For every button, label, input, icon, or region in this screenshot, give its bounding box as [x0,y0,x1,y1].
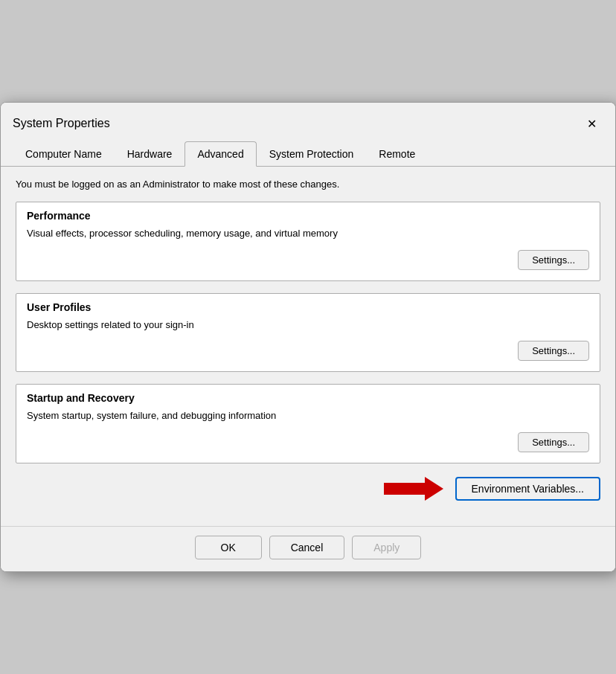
startup-recovery-title: Startup and Recovery [27,392,589,404]
arrow-icon [384,475,443,502]
tab-system-protection[interactable]: System Protection [257,141,367,166]
user-profiles-title: User Profiles [27,301,589,313]
startup-recovery-section: Startup and Recovery System startup, sys… [16,384,600,463]
tab-remote[interactable]: Remote [366,141,428,166]
tab-computer-name[interactable]: Computer Name [13,141,115,166]
user-profiles-settings-button[interactable]: Settings... [518,341,589,361]
performance-title: Performance [27,210,589,222]
env-variables-row: Environment Variables... [16,475,600,502]
dialog-title: System Properties [13,117,110,130]
tabs-container: Computer Name Hardware Advanced System P… [1,135,615,167]
user-profiles-section: User Profiles Desktop settings related t… [16,293,600,373]
tab-advanced[interactable]: Advanced [185,141,256,167]
svg-marker-0 [384,477,443,501]
title-bar: System Properties ✕ [1,103,615,135]
cancel-button[interactable]: Cancel [269,536,345,559]
apply-button[interactable]: Apply [352,536,421,559]
close-button[interactable]: ✕ [580,112,603,135]
tab-content: You must be logged on as an Administrato… [1,167,615,526]
system-properties-dialog: System Properties ✕ Computer Name Hardwa… [0,102,616,572]
user-profiles-description: Desktop settings related to your sign-in [27,318,589,333]
dialog-footer: OK Cancel Apply [1,526,615,571]
performance-section: Performance Visual effects, processor sc… [16,202,600,281]
environment-variables-button[interactable]: Environment Variables... [455,477,600,501]
performance-description: Visual effects, processor scheduling, me… [27,226,589,241]
tab-hardware[interactable]: Hardware [115,141,185,166]
startup-recovery-settings-button[interactable]: Settings... [518,432,589,452]
startup-recovery-description: System startup, system failure, and debu… [27,408,589,423]
ok-button[interactable]: OK [195,536,262,559]
arrow-container [384,475,443,502]
admin-notice: You must be logged on as an Administrato… [16,179,600,190]
performance-settings-button[interactable]: Settings... [518,250,589,270]
